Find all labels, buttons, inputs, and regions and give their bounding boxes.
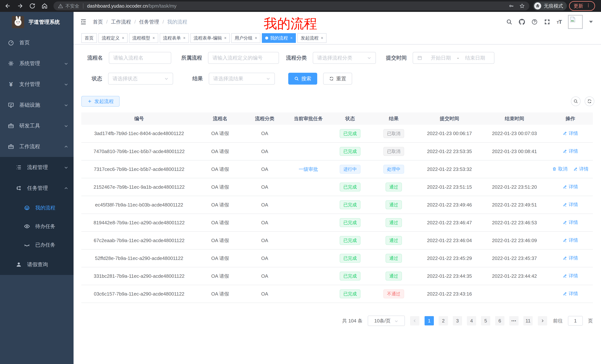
page-button[interactable]: 2 <box>439 316 448 326</box>
page-button[interactable]: 1 <box>425 316 434 326</box>
sidebar-item-task-mgmt[interactable]: 任务管理 <box>0 178 74 199</box>
end-date-placeholder[interactable]: 结束日期 <box>461 55 490 61</box>
page-button[interactable]: 6 <box>495 316 504 326</box>
tab-close-icon[interactable]: × <box>255 36 257 40</box>
browser-menu-icon[interactable] <box>586 3 591 9</box>
sidebar-item-process-mgmt[interactable]: 流程管理 <box>0 157 74 178</box>
tab-close-icon[interactable]: × <box>122 36 124 40</box>
detail-link[interactable]: 详情 <box>573 166 589 172</box>
detail-link[interactable]: 详情 <box>563 148 578 154</box>
avatar[interactable] <box>568 15 583 29</box>
avatar-caret-icon[interactable] <box>589 21 593 23</box>
page-button[interactable]: 5 <box>481 316 490 326</box>
sidebar-item-done-tasks[interactable]: 已办任务 <box>0 236 74 254</box>
fullscreen-icon[interactable] <box>544 19 550 25</box>
page-button[interactable]: ••• <box>509 316 519 326</box>
view-tab[interactable]: 流程模型 × <box>129 33 158 43</box>
bookmark-star-icon[interactable] <box>519 3 525 9</box>
tab-close-icon[interactable]: × <box>321 36 323 40</box>
view-tab[interactable]: 我的流程 × <box>262 33 296 43</box>
sidebar-item-workflow[interactable]: 工作流程 <box>0 136 74 157</box>
sidebar-collapse-icon[interactable] <box>80 18 87 25</box>
result-badge: 通过 <box>386 200 402 209</box>
sidebar-item-system[interactable]: 系统管理 <box>0 53 74 74</box>
process-name-input-field[interactable] <box>113 55 167 61</box>
detail-link[interactable]: 详情 <box>563 219 578 225</box>
page-button[interactable]: 3 <box>453 316 462 326</box>
page-button[interactable]: 4 <box>467 316 476 326</box>
submit-time-range-picker[interactable]: 开始日期 - 结束日期 <box>413 52 494 64</box>
status-select[interactable]: 请选择状态 <box>108 73 173 85</box>
result-select[interactable]: 请选择流结果 <box>209 73 275 85</box>
view-tab[interactable]: 流程定义 × <box>99 33 128 43</box>
chevron-down-icon <box>266 77 270 81</box>
browser-reload-icon[interactable] <box>29 3 36 9</box>
refresh-table-button[interactable] <box>585 96 594 106</box>
category-select[interactable]: 请选择流程分类 <box>313 52 376 64</box>
breadcrumb-home[interactable]: 首页 <box>93 19 103 25</box>
view-tab[interactable]: 首页 <box>81 33 97 43</box>
view-tab[interactable]: 流程表单-编辑 × <box>190 33 230 43</box>
help-icon[interactable] <box>531 19 538 25</box>
sidebar-item-infrastructure[interactable]: 基础设施 <box>0 95 74 115</box>
process-id: ec45f38f-7b9a-11ec-b03b-acde48001122 <box>95 202 183 208</box>
font-size-icon[interactable]: TT <box>557 19 562 25</box>
password-key-icon[interactable] <box>509 3 514 9</box>
detail-link[interactable]: 详情 <box>563 130 578 136</box>
tab-close-icon[interactable]: × <box>290 36 292 40</box>
browser-update-button[interactable]: 更新 <box>569 1 595 11</box>
column-header-id: 编号 <box>81 112 197 125</box>
view-tab[interactable]: 发起流程 × <box>297 33 327 43</box>
sidebar-item-home[interactable]: 首页 <box>0 32 74 53</box>
sidebar-item-todo-tasks[interactable]: 待办任务 <box>0 217 74 236</box>
goto-page-input[interactable] <box>568 316 583 326</box>
detail-link[interactable]: 详情 <box>563 273 578 279</box>
tab-close-icon[interactable]: × <box>152 36 155 40</box>
detail-link[interactable]: 详情 <box>563 201 578 208</box>
detail-link[interactable]: 详情 <box>563 255 578 261</box>
show-search-button[interactable] <box>571 96 581 106</box>
process-name-input[interactable] <box>109 52 171 64</box>
sidebar-item-devtools[interactable]: 研发工具 <box>0 115 74 136</box>
start-date-placeholder[interactable]: 开始日期 <box>426 55 456 61</box>
sidebar-item-leave-query[interactable]: 请假查询 <box>0 254 74 275</box>
current-task-link[interactable]: 一级审批 <box>299 166 318 172</box>
security-label[interactable]: 不安全 <box>65 3 79 9</box>
update-label[interactable]: 更新 <box>573 3 583 9</box>
page-size-select[interactable]: 10条/页 <box>368 316 405 326</box>
url-host[interactable]: dashboard.yudao.iocoder.cn <box>87 3 148 9</box>
status-badge: 已完成 <box>340 218 361 227</box>
view-tab[interactable]: 用户分组 × <box>231 33 260 43</box>
app-logo-row[interactable]: 芋道管理系统 <box>0 12 74 32</box>
view-tab[interactable]: 流程表单 × <box>160 33 189 43</box>
page-button[interactable]: 11 <box>523 316 533 326</box>
sidebar-item-payment[interactable]: ¥ 支付管理 <box>0 74 74 95</box>
not-secure-warning-icon[interactable] <box>58 3 63 9</box>
next-page-button[interactable] <box>538 316 547 326</box>
breadcrumb-workflow[interactable]: 工作流程 <box>111 19 131 25</box>
github-icon[interactable] <box>519 19 525 25</box>
search-button[interactable]: 搜索 <box>288 73 317 85</box>
breadcrumb-task-mgmt[interactable]: 任务管理 <box>139 19 159 25</box>
create-process-button[interactable]: 发起流程 <box>81 96 120 107</box>
table-row: 03c6c157-7b9a-11ec-a290-acde48001122 OA … <box>81 285 593 303</box>
browser-forward-icon[interactable] <box>17 3 23 9</box>
address-bar[interactable]: 不安全 dashboard.yudao.iocoder.cn/bpm/task/… <box>53 1 529 10</box>
cancel-link[interactable]: 取消 <box>552 166 567 172</box>
url-path[interactable]: /bpm/task/my <box>148 3 177 9</box>
process-definition-input[interactable] <box>208 52 279 64</box>
detail-link[interactable]: 详情 <box>563 184 578 190</box>
detail-link[interactable]: 详情 <box>563 290 578 297</box>
tabs-list: 首页 流程定义 × 流程模型 × 流程表单 <box>81 33 327 43</box>
browser-back-icon[interactable] <box>4 3 11 9</box>
prev-page-button[interactable] <box>410 316 419 326</box>
reset-button[interactable]: 重置 <box>323 73 352 85</box>
header-search-icon[interactable] <box>506 19 512 25</box>
tab-close-icon[interactable]: × <box>224 36 227 40</box>
sidebar-item-my-process[interactable]: 我的流程 <box>0 199 74 217</box>
browser-home-icon[interactable] <box>41 3 48 9</box>
process-definition-input-field[interactable] <box>212 55 274 61</box>
detail-link[interactable]: 详情 <box>563 237 578 243</box>
filter-result-label: 结果 <box>192 75 209 82</box>
tab-close-icon[interactable]: × <box>183 36 186 40</box>
